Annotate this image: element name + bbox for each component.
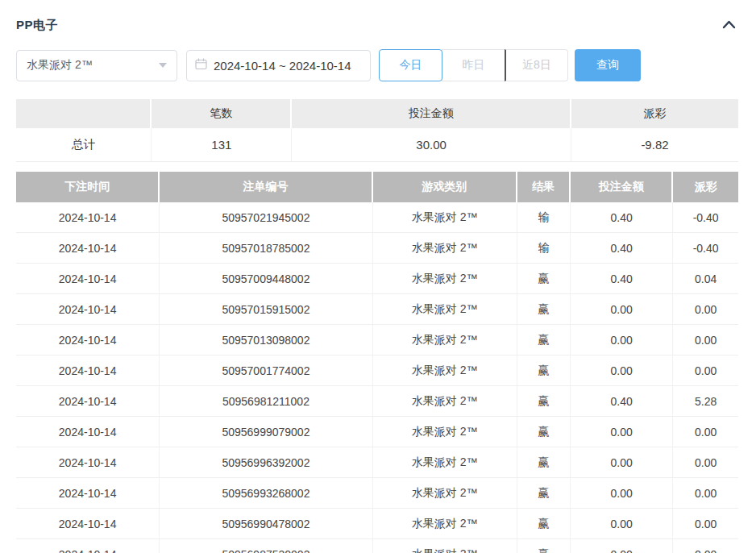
cell-game-type: 水果派对 2™ <box>373 356 517 386</box>
summary-column-header-1: 笔数 <box>152 99 292 128</box>
cell-bet-id: 50957015915002 <box>160 294 372 325</box>
summary-total-label: 总计 <box>16 128 152 162</box>
cell-bet-time: 2024-10-14 <box>16 509 160 539</box>
cell-bet-amount: 0.00 <box>571 356 673 386</box>
yesterday-button[interactable]: 昨日 <box>442 49 505 81</box>
records-body: 2024-10-1450957021945002水果派对 2™输0.40-0.4… <box>16 202 738 553</box>
cell-game-type: 水果派对 2™ <box>373 417 517 447</box>
cell-game-type: 水果派对 2™ <box>373 539 517 553</box>
game-select[interactable]: 水果派对 2™ <box>16 50 177 81</box>
cell-bet-time: 2024-10-14 <box>16 417 160 447</box>
cell-bet-amount: 0.00 <box>571 325 673 356</box>
caret-down-icon <box>159 63 167 68</box>
cell-result: 赢 <box>517 325 571 356</box>
cell-result: 赢 <box>517 356 571 386</box>
cell-payout: 0.00 <box>673 294 738 325</box>
cell-bet-amount: 0.40 <box>571 386 673 417</box>
cell-bet-amount: 0.00 <box>571 447 673 478</box>
cell-game-type: 水果派对 2™ <box>373 509 517 539</box>
cell-game-type: 水果派对 2™ <box>373 325 517 356</box>
summary-payout-value: -9.82 <box>571 128 738 162</box>
table-row: 2024-10-1450956987530002水果派对 2™赢0.000.00 <box>16 539 738 553</box>
cell-game-type: 水果派对 2™ <box>373 447 517 478</box>
cell-bet-id: 50957013098002 <box>160 325 372 356</box>
today-button[interactable]: 今日 <box>379 49 442 81</box>
table-row: 2024-10-1450957013098002水果派对 2™赢0.000.00 <box>16 325 738 356</box>
cell-bet-time: 2024-10-14 <box>16 447 160 478</box>
summary-column-header-0 <box>16 99 152 128</box>
cell-bet-time: 2024-10-14 <box>16 325 160 356</box>
cell-result: 赢 <box>517 294 571 325</box>
table-row: 2024-10-1450957009448002水果派对 2™赢0.400.04 <box>16 264 738 294</box>
cell-result: 输 <box>517 233 571 264</box>
table-row: 2024-10-1450956999079002水果派对 2™赢0.000.00 <box>16 417 738 447</box>
table-row: 2024-10-1450956993268002水果派对 2™赢0.000.00 <box>16 478 738 509</box>
records-table: 下注时间注单编号游戏类别结果投注金额派彩 2024-10-14509570219… <box>16 172 738 553</box>
cell-bet-time: 2024-10-14 <box>16 233 160 264</box>
records-header-row: 下注时间注单编号游戏类别结果投注金额派彩 <box>16 172 738 202</box>
cell-bet-id: 50957018785002 <box>160 233 372 264</box>
cell-game-type: 水果派对 2™ <box>373 478 517 509</box>
chevron-up-icon <box>722 19 736 31</box>
cell-result: 赢 <box>517 447 571 478</box>
cell-result: 输 <box>517 202 571 233</box>
cell-payout: 0.00 <box>673 356 738 386</box>
cell-payout: 0.00 <box>673 447 738 478</box>
cell-bet-amount: 0.00 <box>571 294 673 325</box>
cell-payout: 0.00 <box>673 539 738 553</box>
summary-bet-amount-value: 30.00 <box>292 128 571 162</box>
cell-game-type: 水果派对 2™ <box>373 386 517 417</box>
cell-bet-time: 2024-10-14 <box>16 386 160 417</box>
filter-bar: 水果派对 2™ 2024-10-14 ~ 2024-10-14 今日 昨日 近8… <box>16 49 738 81</box>
cell-bet-amount: 0.00 <box>571 509 673 539</box>
cell-bet-time: 2024-10-14 <box>16 356 160 386</box>
summary-column-header-3: 派彩 <box>571 99 738 128</box>
page-title: PP电子 <box>16 18 58 33</box>
cell-bet-id: 50957021945002 <box>160 202 372 233</box>
records-column-header-2: 游戏类别 <box>373 172 517 202</box>
calendar-icon <box>195 58 207 73</box>
cell-bet-amount: 0.40 <box>571 264 673 294</box>
summary-header-row: 笔数投注金额派彩 <box>16 99 738 128</box>
pp-electronic-panel: PP电子 水果派对 2™ 2024-10-14 ~ 2024-10-14 今日 … <box>0 0 756 553</box>
date-range-picker[interactable]: 2024-10-14 ~ 2024-10-14 <box>186 50 371 81</box>
cell-bet-time: 2024-10-14 <box>16 539 160 553</box>
summary-total-row: 总计 131 30.00 -9.82 <box>16 128 738 162</box>
cell-game-type: 水果派对 2™ <box>373 202 517 233</box>
cell-payout: 0.00 <box>673 509 738 539</box>
cell-bet-id: 50956987530002 <box>160 539 372 553</box>
cell-result: 赢 <box>517 478 571 509</box>
table-row: 2024-10-1450956990478002水果派对 2™赢0.000.00 <box>16 509 738 539</box>
summary-count-value: 131 <box>152 128 292 162</box>
cell-bet-id: 50956996392002 <box>160 447 372 478</box>
cell-result: 赢 <box>517 264 571 294</box>
cell-payout: 0.00 <box>673 478 738 509</box>
table-row: 2024-10-1450957001774002水果派对 2™赢0.000.00 <box>16 356 738 386</box>
cell-bet-time: 2024-10-14 <box>16 202 160 233</box>
cell-game-type: 水果派对 2™ <box>373 233 517 264</box>
search-button[interactable]: 查询 <box>575 49 641 81</box>
cell-result: 赢 <box>517 539 571 553</box>
cell-payout: 0.04 <box>673 264 738 294</box>
cell-bet-id: 50956999079002 <box>160 417 372 447</box>
table-row: 2024-10-1450956996392002水果派对 2™赢0.000.00 <box>16 447 738 478</box>
cell-bet-amount: 0.00 <box>571 539 673 553</box>
cell-payout: 0.00 <box>673 325 738 356</box>
quick-date-buttons: 今日 昨日 近8日 <box>379 49 568 81</box>
panel-header: PP电子 <box>16 16 738 34</box>
collapse-panel-button[interactable] <box>719 18 738 32</box>
table-row: 2024-10-1450957021945002水果派对 2™输0.40-0.4… <box>16 202 738 233</box>
date-range-value: 2024-10-14 ~ 2024-10-14 <box>214 59 351 73</box>
cell-bet-amount: 0.00 <box>571 417 673 447</box>
cell-payout: -0.40 <box>673 202 738 233</box>
cell-bet-amount: 0.40 <box>571 202 673 233</box>
cell-payout: 0.00 <box>673 417 738 447</box>
records-column-header-4: 投注金额 <box>571 172 673 202</box>
records-column-header-0: 下注时间 <box>16 172 160 202</box>
last-8-days-button[interactable]: 近8日 <box>505 49 568 81</box>
cell-result: 赢 <box>517 417 571 447</box>
cell-bet-id: 50956993268002 <box>160 478 372 509</box>
cell-result: 赢 <box>517 386 571 417</box>
cell-bet-id: 50957001774002 <box>160 356 372 386</box>
cell-game-type: 水果派对 2™ <box>373 294 517 325</box>
